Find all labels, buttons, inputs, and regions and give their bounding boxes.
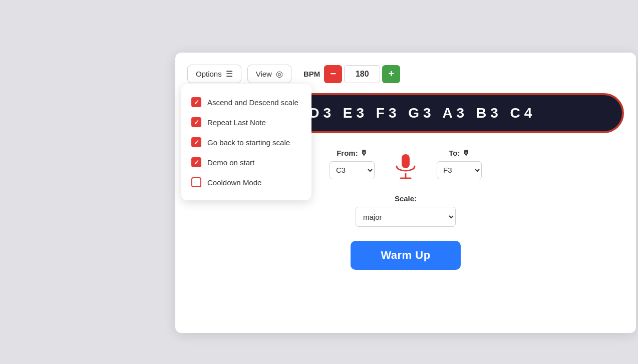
option-go-back[interactable]: Go back to starting scale (191, 132, 301, 152)
scale-label: Scale: (395, 194, 417, 203)
options-label: Options (196, 70, 222, 78)
view-button[interactable]: View (247, 65, 291, 83)
checkbox-ascend-descend[interactable] (191, 97, 201, 107)
option-demo-start[interactable]: Demo on start (191, 152, 301, 172)
to-select[interactable]: C3 D3 E3 F3 G3 A3 B3 C4 (437, 161, 482, 179)
svg-rect-0 (402, 154, 410, 168)
option-repeat-last[interactable]: Repeat Last Note (191, 112, 301, 132)
option-cooldown[interactable]: Cooldown Mode (191, 172, 301, 192)
options-button[interactable]: Options (187, 65, 241, 83)
eye-icon (276, 69, 283, 79)
bpm-plus-button[interactable]: + (382, 65, 400, 83)
view-label: View (256, 70, 272, 78)
microphone-icon (395, 153, 417, 180)
scale-notes: C3 D3 E3 F3 G3 A3 B3 C4 (275, 105, 536, 121)
bpm-label: BPM (303, 70, 320, 78)
option-ascend-descend[interactable]: Ascend and Descend scale (191, 92, 301, 112)
to-group: To: 🎙 C3 D3 E3 F3 G3 A3 B3 C4 (437, 149, 482, 179)
bpm-input[interactable] (344, 65, 380, 83)
from-select[interactable]: C3 D3 E3 F3 G3 A3 B3 C4 (330, 161, 375, 179)
from-label: From: 🎙 (337, 149, 368, 157)
option-label-demo-start: Demo on start (207, 158, 254, 167)
checkbox-repeat-last[interactable] (191, 117, 201, 127)
option-label-go-back: Go back to starting scale (207, 138, 290, 147)
option-label-ascend-descend: Ascend and Descend scale (207, 98, 298, 107)
mic-button[interactable] (395, 153, 417, 182)
scale-select[interactable]: major minor harmonic minor pentatonic bl… (356, 207, 456, 227)
bpm-minus-button[interactable]: − (324, 65, 342, 83)
option-label-repeat-last: Repeat Last Note (207, 118, 266, 127)
checkbox-demo-start[interactable] (191, 157, 201, 167)
checkbox-go-back[interactable] (191, 137, 201, 147)
to-label: To: 🎙 (449, 149, 469, 157)
hamburger-icon (226, 69, 233, 79)
header-row: Options View BPM − + (187, 65, 624, 83)
checkbox-cooldown[interactable] (191, 177, 201, 187)
warmup-button[interactable]: Warm Up (351, 241, 460, 270)
from-group: From: 🎙 C3 D3 E3 F3 G3 A3 B3 C4 (330, 149, 375, 179)
option-label-cooldown: Cooldown Mode (207, 178, 261, 187)
options-dropdown: Ascend and Descend scale Repeat Last Not… (181, 84, 311, 200)
bpm-group: BPM − + (303, 65, 400, 83)
